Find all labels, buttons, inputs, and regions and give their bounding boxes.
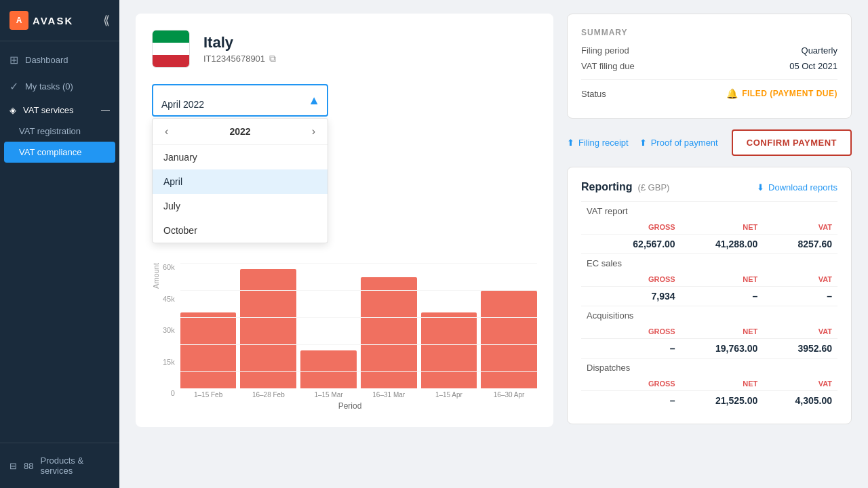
filing-receipt-link[interactable]: ⬆ Filing receipt: [567, 138, 629, 148]
right-column: SUMMARY Filing period Quarterly VAT fili…: [567, 14, 852, 435]
filing-receipt-label: Filing receipt: [578, 138, 629, 148]
reporting-title-area: Reporting (£ GBP): [581, 181, 669, 193]
sidebar-item-vat-compliance[interactable]: VAT compliance: [4, 142, 115, 163]
y-label-30k: 30k: [163, 326, 175, 334]
report-section-vat-report: VAT report: [581, 202, 837, 221]
dropdown-year: 2022: [229, 126, 250, 137]
vat-number-row: IT12345678901 ⧉: [203, 53, 276, 64]
avask-text: AVASK: [33, 15, 73, 26]
vat-compliance-label: VAT compliance: [19, 147, 82, 157]
copy-icon[interactable]: ⧉: [269, 53, 276, 64]
bar-group-2: 1–15 Mar: [300, 350, 357, 399]
avask-icon: A: [9, 11, 28, 30]
bar-1: [240, 269, 296, 388]
summary-title: SUMMARY: [581, 28, 837, 37]
products-count: 88: [24, 461, 33, 471]
option-april-label: April: [163, 176, 182, 187]
report-header-dispatches: GROSSNETVAT: [581, 377, 837, 391]
summary-card: SUMMARY Filing period Quarterly VAT fili…: [567, 14, 852, 119]
download-reports-link[interactable]: ⬇ Download reports: [757, 182, 837, 192]
dropdown-option-october[interactable]: October: [153, 218, 328, 243]
dropdown-option-july[interactable]: July: [153, 194, 328, 218]
report-values-dispatches: –21,525.004,305.00: [581, 391, 837, 411]
status-value: FILED (PAYMENT DUE): [742, 89, 837, 98]
dropdown-option-april[interactable]: April: [153, 169, 328, 194]
upload2-icon: ⬆: [639, 138, 647, 148]
proof-payment-label: Proof of payment: [651, 138, 718, 148]
chart-area: 60k 45k 30k 15k 0 1–15 Feb16–28 Feb1–15 …: [163, 263, 537, 399]
summary-divider: [581, 79, 837, 80]
main-content: Italy IT12345678901 ⧉ Month ending April…: [119, 0, 868, 488]
report-values-ec-sales: 7,934––: [581, 287, 837, 306]
dashboard-icon: ⊞: [9, 54, 18, 66]
flag-inner: [153, 30, 189, 68]
selected-month: April 2022: [161, 99, 204, 110]
y-axis: 60k 45k 30k 15k 0: [163, 263, 180, 399]
sidebar-item-dashboard[interactable]: ⊞ Dashboard: [0, 47, 119, 73]
bar-label-5: 16–30 Apr: [494, 391, 525, 399]
sidebar-logo: A AVASK ⟪: [0, 0, 119, 41]
option-july-label: July: [163, 201, 180, 211]
bar-3: [361, 277, 417, 388]
sidebar-item-dashboard-label: Dashboard: [25, 55, 68, 65]
country-card: Italy IT12345678901 ⧉ Month ending April…: [136, 14, 553, 427]
report-values-acquisitions: –19,763.003952.60: [581, 339, 837, 359]
reporting-title: Reporting: [581, 181, 633, 192]
dropdown-option-january[interactable]: January: [153, 145, 328, 169]
proof-payment-link[interactable]: ⬆ Proof of payment: [639, 138, 718, 148]
bar-4: [421, 312, 477, 388]
products-label: Products & services: [40, 455, 110, 476]
y-label-0: 0: [171, 389, 175, 397]
bar-group-4: 1–15 Apr: [421, 312, 477, 399]
chart-container: Amount 60k 45k 30k 15k 0 1–15 Fe: [152, 252, 537, 411]
sidebar-item-vat-registration[interactable]: VAT registration: [0, 121, 119, 142]
vat-number-text: IT12345678901: [203, 54, 265, 64]
sidebar-vat-services-header[interactable]: ◈ VAT services —: [0, 100, 119, 121]
bar-0: [180, 312, 237, 388]
report-section-dispatches: Dispatches: [581, 359, 837, 378]
confirm-payment-button[interactable]: CONFIRM PAYMENT: [732, 129, 852, 156]
country-flag: [152, 30, 190, 68]
filing-period-row: Filing period Quarterly: [581, 45, 837, 56]
vat-due-label: VAT filing due: [581, 61, 635, 71]
status-dot-icon: 🔔: [726, 88, 738, 99]
sidebar-collapse-icon[interactable]: ⟪: [103, 13, 110, 28]
month-dropdown[interactable]: April 2022: [152, 84, 328, 117]
reporting-currency: (£ GBP): [637, 182, 669, 192]
logo-area: A AVASK: [9, 11, 73, 30]
country-header: Italy IT12345678901 ⧉: [152, 30, 537, 68]
vat-collapse-icon: —: [101, 105, 110, 115]
month-dropdown-container: Month ending April 2022 ▲ ‹ 2022 ›: [152, 84, 328, 117]
bar-label-4: 1–15 Apr: [435, 391, 462, 399]
bar-group-3: 16–31 Mar: [361, 277, 417, 399]
report-header-acquisitions: GROSSNETVAT: [581, 325, 837, 339]
download-label: Download reports: [768, 182, 837, 192]
y-label-45k: 45k: [163, 295, 175, 303]
y-label-15k: 15k: [163, 358, 175, 366]
report-section-acquisitions: Acquisitions: [581, 306, 837, 325]
dropdown-next-btn[interactable]: ›: [308, 124, 319, 139]
chart-bars: 1–15 Feb16–28 Feb1–15 Mar16–31 Mar1–15 A…: [180, 263, 537, 399]
option-january-label: January: [163, 152, 197, 163]
vat-left: ◈ VAT services: [9, 105, 73, 115]
flag-green: [153, 30, 189, 43]
action-buttons: ⬆ Filing receipt ⬆ Proof of payment CONF…: [567, 129, 852, 156]
flag-red: [153, 55, 189, 68]
bar-label-1: 16–28 Feb: [252, 391, 285, 399]
dropdown-prev-btn[interactable]: ‹: [161, 124, 172, 139]
status-row: Status 🔔 FILED (PAYMENT DUE): [581, 88, 837, 99]
sidebar-item-products[interactable]: ⊟88 Products & services: [9, 451, 110, 480]
dropdown-menu: ‹ 2022 › January April July: [152, 118, 328, 243]
sidebar-item-my-tasks[interactable]: ✓ My tasks (0): [0, 73, 119, 100]
filing-period-label: Filing period: [581, 45, 629, 56]
flag-white: [153, 43, 189, 56]
reporting-card: Reporting (£ GBP) ⬇ Download reports VAT…: [567, 167, 852, 424]
sidebar: A AVASK ⟪ ⊞ Dashboard ✓ My tasks (0) ◈ V…: [0, 0, 119, 488]
left-column: Italy IT12345678901 ⧉ Month ending April…: [136, 14, 553, 438]
chart-x-label: Period: [163, 401, 537, 411]
vat-registration-label: VAT registration: [19, 126, 81, 136]
products-icon: ⊟: [9, 461, 17, 471]
download-icon: ⬇: [757, 182, 764, 192]
top-section: Italy IT12345678901 ⧉ Month ending April…: [136, 14, 852, 438]
bar-5: [481, 291, 537, 388]
